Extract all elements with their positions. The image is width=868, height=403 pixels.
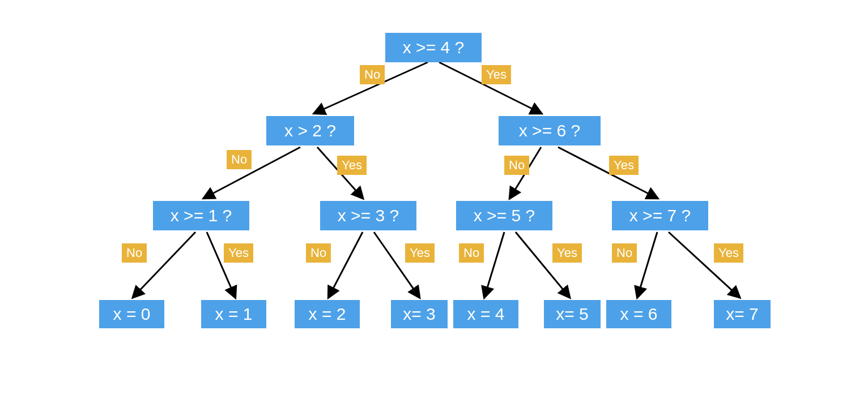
- badge-n2-no: No: [227, 150, 252, 169]
- decision-tree-diagram: x >= 4 ? x > 2 ? x >= 6 ? x >= 1 ? x >= …: [0, 0, 868, 403]
- badge-n5-no: No: [459, 243, 484, 263]
- node-leaf5: x= 5: [544, 300, 601, 328]
- badge-n1-no: No: [122, 243, 147, 263]
- node-n3: x >= 3 ?: [320, 201, 416, 230]
- node-n7: x >= 7 ?: [612, 201, 708, 230]
- badge-n7-yes: Yes: [714, 243, 743, 263]
- badge-n5-yes: Yes: [552, 243, 582, 263]
- edge-n2-no: [204, 147, 300, 198]
- badge-n6-yes: Yes: [609, 156, 639, 175]
- badge-n3-yes: Yes: [405, 243, 435, 263]
- edge-n5-no: [484, 232, 504, 297]
- node-n6: x >= 6 ?: [499, 116, 601, 145]
- badge-n3-no: No: [306, 243, 331, 263]
- node-leaf3: x= 3: [391, 300, 448, 328]
- edge-n3-yes: [374, 232, 419, 297]
- edge-n5-yes: [516, 232, 569, 297]
- edge-n7-yes: [669, 232, 739, 297]
- node-n2: x > 2 ?: [266, 116, 354, 145]
- edge-n6-yes: [558, 147, 657, 198]
- edge-n1-no: [133, 232, 195, 297]
- badge-n2-yes: Yes: [337, 156, 367, 175]
- node-n1: x >= 1 ?: [153, 201, 249, 230]
- node-leaf1: x = 1: [201, 300, 266, 328]
- node-leaf6: x = 6: [606, 300, 671, 328]
- node-leaf0: x = 0: [99, 300, 164, 328]
- edge-n1-yes: [207, 232, 235, 297]
- badge-n6-no: No: [504, 156, 529, 175]
- node-n5: x >= 5 ?: [456, 201, 552, 230]
- node-leaf4: x = 4: [453, 300, 518, 328]
- badge-root-no: No: [360, 65, 385, 84]
- badge-root-yes: Yes: [482, 65, 511, 84]
- node-leaf7: x= 7: [714, 300, 771, 328]
- edge-n7-no: [637, 232, 657, 297]
- badge-n7-no: No: [612, 243, 637, 263]
- node-leaf2: x = 2: [295, 300, 360, 328]
- node-root: x >= 4 ?: [385, 33, 482, 62]
- edge-n3-no: [329, 232, 363, 297]
- badge-n1-yes: Yes: [224, 243, 253, 263]
